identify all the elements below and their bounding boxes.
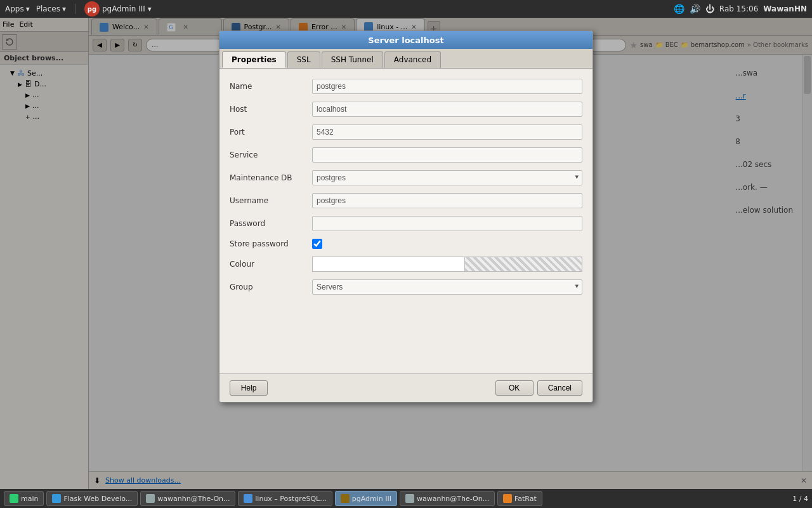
taskbar-icon-linux: [244, 494, 252, 503]
group-wrapper: Servers: [312, 279, 582, 295]
label-colour: Colour: [230, 260, 312, 269]
checkbox-store-password[interactable]: [312, 239, 322, 249]
label-store-password: Store password: [230, 239, 312, 248]
taskbar-label-fatrat: FatRat: [514, 495, 537, 503]
colour-field: [312, 257, 582, 272]
power-icon: ⏻: [705, 4, 714, 14]
taskbar-label-pgadmin: pgAdmin III: [352, 495, 391, 503]
taskbar-flask[interactable]: Flask Web Develo...: [46, 491, 138, 506]
select-group[interactable]: Servers: [312, 279, 582, 295]
help-button[interactable]: Help: [230, 380, 268, 396]
taskbar-icon-terminal2: [405, 494, 414, 503]
taskbar-fatrat[interactable]: FatRat: [497, 491, 542, 506]
taskbar-label-flask: Flask Web Develo...: [63, 495, 132, 503]
topbar-right: 🌐 🔊 ⏻ Rab 15:06 WawanHN: [674, 4, 807, 14]
user-display: WawanHN: [763, 4, 807, 13]
network-icon: 🌐: [674, 4, 684, 14]
taskbar-label-terminal1: wawanhn@The-On...: [157, 495, 230, 503]
places-label: Places: [36, 4, 60, 13]
colour-picker-swatch[interactable]: [464, 257, 582, 271]
taskbar-icon-pgadmin: [341, 494, 350, 503]
label-username: Username: [230, 196, 312, 205]
form-row-name: Name: [230, 79, 582, 94]
label-port: Port: [230, 128, 312, 137]
pgadmin-label: pgAdmin III ▾: [102, 4, 152, 13]
input-colour-text[interactable]: [313, 257, 464, 271]
apps-arrow: ▾: [26, 4, 30, 13]
tab-properties[interactable]: Properties: [222, 51, 286, 68]
taskbar-label-main: main: [21, 495, 38, 503]
taskbar-label-terminal2: wawanhn@The-On...: [417, 495, 489, 503]
cancel-button[interactable]: Cancel: [537, 380, 582, 396]
label-name: Name: [230, 82, 312, 91]
select-maintenance-db[interactable]: postgres: [312, 170, 582, 185]
tab-ssl[interactable]: SSL: [287, 51, 320, 68]
form-row-service: Service: [230, 147, 582, 163]
ok-button[interactable]: OK: [495, 380, 534, 396]
dialog-title: Server localhost: [219, 31, 593, 49]
dialog-overlay: Server localhost Properties SSL SSH Tunn…: [0, 18, 812, 508]
taskbar-linux[interactable]: linux – PostgreSQL...: [238, 491, 332, 506]
taskbar-icon-fatrat: [503, 494, 512, 503]
label-host: Host: [230, 105, 312, 114]
maintenance-db-wrapper: postgres: [312, 170, 582, 185]
time-display: Rab 15:06: [719, 4, 758, 13]
taskbar-icon-terminal1: [146, 494, 155, 503]
taskbar-terminal1[interactable]: wawanhn@The-On...: [140, 491, 235, 506]
tab-ssh-tunnel[interactable]: SSH Tunnel: [322, 51, 383, 68]
input-port[interactable]: [312, 124, 582, 140]
apps-menu[interactable]: Apps ▾: [5, 4, 30, 13]
dialog-buttons: Help OK Cancel: [219, 373, 593, 402]
taskbar-terminal2[interactable]: wawanhn@The-On...: [400, 491, 495, 506]
pgadmin-menu[interactable]: pg pgAdmin III ▾: [84, 1, 152, 17]
tab-advanced[interactable]: Advanced: [384, 51, 441, 68]
input-service[interactable]: [312, 147, 582, 163]
form-row-store-password: Store password: [230, 239, 582, 249]
label-group: Group: [230, 283, 312, 291]
label-password: Password: [230, 219, 312, 228]
dialog-tabs: Properties SSL SSH Tunnel Advanced: [219, 49, 593, 69]
taskbar-right: 1 / 4: [792, 495, 808, 503]
label-maintenance-db: Maintenance DB: [230, 173, 312, 182]
dialog-content: Name Host Port Service: [219, 69, 593, 373]
taskbar-pgadmin[interactable]: pgAdmin III: [335, 491, 397, 506]
taskbar-label-linux: linux – PostgreSQL...: [255, 495, 326, 503]
places-menu[interactable]: Places ▾: [36, 4, 66, 13]
form-row-password: Password: [230, 216, 582, 231]
taskbar: main Flask Web Develo... wawanhn@The-On.…: [0, 489, 812, 508]
btn-group-right: OK Cancel: [495, 380, 582, 396]
taskbar-icon-flask: [52, 494, 61, 503]
topbar: Apps ▾ Places ▾ pg pgAdmin III ▾ 🌐 🔊 ⏻ R…: [0, 0, 812, 18]
sound-icon: 🔊: [690, 4, 700, 14]
page-indicator: 1 / 4: [792, 495, 808, 503]
form-row-port: Port: [230, 124, 582, 140]
label-service: Service: [230, 150, 312, 159]
input-host[interactable]: [312, 102, 582, 117]
form-row-host: Host: [230, 102, 582, 117]
form-row-maintenance-db: Maintenance DB postgres: [230, 170, 582, 185]
form-row-username: Username: [230, 193, 582, 208]
apps-label: Apps: [5, 4, 24, 13]
form-row-group: Group Servers: [230, 279, 582, 295]
input-username[interactable]: [312, 193, 582, 208]
form-row-colour: Colour: [230, 257, 582, 272]
places-arrow: ▾: [62, 4, 66, 13]
pgadmin-logo: pg: [84, 1, 100, 17]
input-name[interactable]: [312, 79, 582, 94]
input-password[interactable]: [312, 216, 582, 231]
taskbar-main[interactable]: main: [4, 491, 44, 506]
server-dialog: Server localhost Properties SSL SSH Tunn…: [219, 30, 593, 403]
taskbar-icon-main: [10, 494, 18, 503]
